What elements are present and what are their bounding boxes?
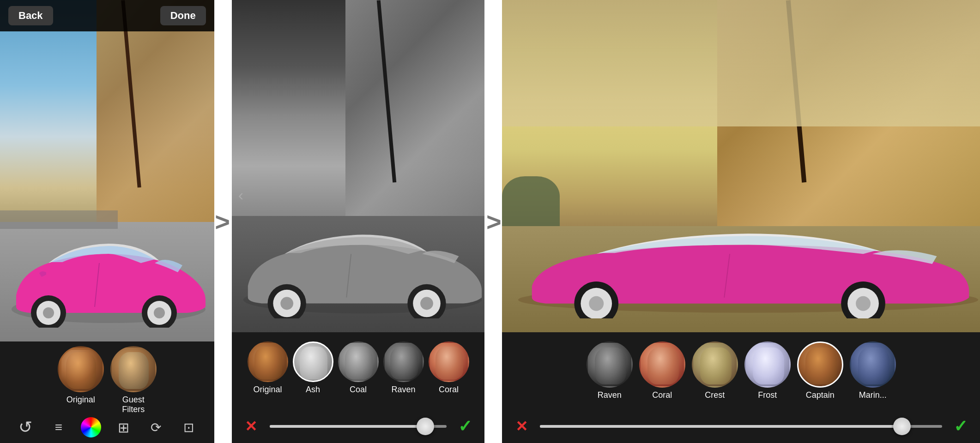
filter-slider-3[interactable] [540, 425, 942, 428]
filter-thumb-frost [744, 341, 791, 388]
filter-thumb-marine [850, 341, 896, 388]
filter-item-coral-3[interactable]: Coral [639, 341, 685, 400]
filter-item-frost[interactable]: Frost [744, 341, 791, 400]
filter-label-crest: Crest [705, 390, 725, 400]
svg-point-3 [43, 307, 54, 318]
filter-strip-2: Original Ash Coal [232, 332, 485, 443]
filter-thumb-coral-2 [429, 341, 469, 382]
photo-captain [502, 0, 980, 332]
slider-thumb-3[interactable] [893, 418, 911, 435]
filter-item-original-2[interactable]: Original [248, 341, 288, 395]
filter-label-original-2: Original [254, 385, 282, 395]
arrow-1: > [214, 0, 231, 443]
frames-icon: ⊞ [118, 419, 129, 436]
filter-item-crest[interactable]: Crest [692, 341, 738, 400]
arrow-right-1: > [215, 207, 230, 237]
filter-item-coal[interactable]: Coal [338, 341, 379, 395]
confirm-filter-button-2[interactable]: ✓ [455, 416, 475, 437]
filter-item-coral-2[interactable]: Coral [429, 341, 469, 395]
stone-wall-gray [345, 0, 484, 239]
back-chevron[interactable]: ‹ [238, 186, 243, 204]
slider-thumb-2[interactable] [417, 418, 434, 435]
crop-rotate-icon: ⟳ [151, 420, 161, 435]
top-bar: Back Done [0, 0, 214, 31]
crop-rotate-button[interactable]: ⟳ [143, 414, 169, 440]
filter-thumb-coal [338, 341, 379, 382]
filter-label-frost: Frost [758, 390, 777, 400]
slider-fill-2 [270, 425, 426, 428]
svg-point-6 [154, 307, 165, 318]
check-icon-3: ✓ [954, 417, 968, 436]
filter-item-raven-3[interactable]: Raven [587, 341, 633, 400]
panel-original: Back Done [0, 0, 214, 443]
done-button[interactable]: Done [160, 6, 206, 25]
filter-slider-2[interactable] [270, 425, 447, 428]
filter-row-2: Original Ash Coal [243, 337, 474, 395]
filter-thumb-raven-2 [383, 341, 424, 382]
filter-item-marine[interactable]: Marin... [850, 341, 896, 400]
photo-area-2 [232, 0, 485, 332]
photo-original [0, 0, 214, 341]
stone-wall [97, 0, 214, 246]
filter-item-guest[interactable]: Guest Filters [110, 346, 157, 414]
adjust-icon: ≡ [55, 420, 61, 435]
pink-car [2, 235, 214, 328]
app-container: Back Done [0, 0, 980, 443]
svg-point-19 [589, 296, 604, 311]
filter-thumb-raven-3 [587, 341, 633, 388]
filter-thumb-original [58, 346, 104, 392]
slider-row-2: ✕ ✓ [232, 416, 485, 437]
cancel-filter-button-3[interactable]: ✕ [511, 416, 532, 437]
filter-thumb-captain [797, 341, 843, 388]
cancel-filter-button-2[interactable]: ✕ [241, 416, 261, 437]
filter-item-ash[interactable]: Ash [293, 341, 333, 395]
filter-thumb-original-2 [248, 341, 288, 382]
filter-label-marine: Marin... [859, 390, 887, 400]
frames-button[interactable]: ⊞ [110, 414, 136, 440]
photo-area-3 [502, 0, 980, 332]
arrow-right-2: > [486, 207, 502, 237]
filter-strip-1: Original Guest Filters ↺ ≡ [0, 341, 214, 443]
filter-label-captain: Captain [806, 390, 835, 400]
crop-button[interactable]: ⊡ [175, 414, 201, 440]
filter-item-original[interactable]: Original [58, 346, 104, 405]
filter-item-raven-2[interactable]: Raven [383, 341, 424, 395]
filter-thumb-guest [110, 346, 157, 392]
x-icon-3: ✕ [515, 418, 528, 435]
reset-button[interactable]: ↺ [12, 414, 38, 440]
filter-row-3: Raven Coral Crest [582, 337, 901, 400]
filter-label-coral-2: Coral [439, 385, 459, 395]
filter-thumb-ash [293, 341, 333, 382]
filter-label-coal: Coal [350, 385, 367, 395]
svg-point-11 [280, 297, 293, 310]
bush [502, 176, 559, 226]
x-icon-2: ✕ [245, 418, 257, 435]
photo-area-1 [0, 0, 214, 341]
panel-captain-filter: Raven Coral Crest [502, 0, 980, 443]
adjust-button[interactable]: ≡ [45, 414, 71, 440]
arrow-2: > [485, 0, 502, 443]
filter-item-captain[interactable]: Captain [797, 341, 843, 400]
check-icon-2: ✓ [458, 417, 472, 436]
sky-warm [502, 0, 980, 126]
filter-label-guest: Guest Filters [122, 395, 145, 414]
filter-label-ash: Ash [306, 385, 320, 395]
stone-wall-low [0, 210, 118, 229]
back-button[interactable]: Back [8, 6, 53, 25]
filter-label-original: Original [67, 395, 95, 405]
panel-ash-filter: ‹ [231, 0, 486, 443]
filter-label-raven-2: Raven [392, 385, 416, 395]
gray-car [234, 226, 485, 318]
reset-icon: ↺ [18, 418, 32, 437]
filter-label-raven-3: Raven [598, 390, 622, 400]
filter-thumb-crest [692, 341, 738, 388]
filter-strip-3: Raven Coral Crest [502, 332, 980, 443]
crop-icon: ⊡ [183, 420, 194, 435]
warm-car [504, 226, 980, 318]
color-wheel-button[interactable] [78, 414, 104, 440]
slider-row-3: ✕ ✓ [502, 416, 980, 437]
svg-point-22 [856, 296, 871, 311]
svg-point-14 [420, 297, 433, 310]
confirm-filter-button-3[interactable]: ✓ [950, 416, 971, 437]
toolbar-1: ↺ ≡ ⊞ ⟳ ⊡ [0, 414, 214, 440]
